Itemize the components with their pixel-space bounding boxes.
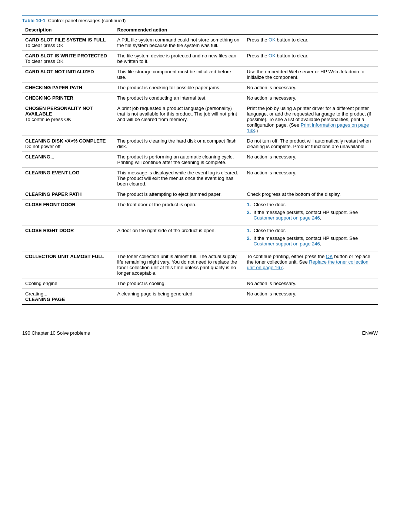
table-row: CLOSE FRONT DOORThe front door of the pr… bbox=[22, 200, 378, 225]
table-row: CLEARING PAPER PATHThe product is attemp… bbox=[22, 189, 378, 200]
cell-action: No action is necessary. bbox=[244, 278, 378, 289]
cell-desc: COLLECTION UNIT ALMOST FULL bbox=[22, 251, 114, 278]
cell-mid: The product is performing an automatic c… bbox=[114, 152, 244, 168]
cell-desc: CARD SLOT NOT INITIALIZED bbox=[22, 67, 114, 83]
cell-action: Use the embedded Web server or HP Web Je… bbox=[244, 67, 378, 83]
cell-action: No action is necessary. bbox=[244, 168, 378, 189]
table-row: CHOSEN PERSONALITY NOT AVAILABLETo conti… bbox=[22, 103, 378, 136]
replace-toner-link[interactable]: Replace the toner collection unit on pag… bbox=[247, 259, 369, 270]
page-footer: 190 Chapter 10 Solve problems ENWW bbox=[22, 327, 378, 336]
table-row: CHECKING PAPER PATHThe product is checki… bbox=[22, 83, 378, 93]
cell-mid: The file system device is protected and … bbox=[114, 51, 244, 67]
cell-action: No action is necessary. bbox=[244, 93, 378, 103]
cell-action: 1.Close the door.2.If the message persis… bbox=[244, 200, 378, 225]
ok-link[interactable]: OK bbox=[269, 37, 276, 43]
cell-action: No action is necessary. bbox=[244, 83, 378, 93]
footer-right: ENWW bbox=[362, 330, 378, 336]
footer-left: 190 Chapter 10 Solve problems bbox=[22, 330, 90, 336]
table-row: CLEANING...The product is performing an … bbox=[22, 152, 378, 168]
cell-mid: The product is checking for possible pap… bbox=[114, 83, 244, 93]
table-row: COLLECTION UNIT ALMOST FULLThe toner col… bbox=[22, 251, 378, 278]
cell-desc: CARD SLOT FILE SYSTEM IS FULLTo clear pr… bbox=[22, 35, 114, 51]
cell-desc: CLEANING... bbox=[22, 152, 114, 168]
cell-desc: CHECKING PRINTER bbox=[22, 93, 114, 103]
cell-mid: The product is cleaning the hard disk or… bbox=[114, 136, 244, 152]
cell-desc: CLOSE RIGHT DOOR bbox=[22, 225, 114, 251]
table-row: CLEARING EVENT LOGThis message is displa… bbox=[22, 168, 378, 189]
cell-action: Print the job by using a printer driver … bbox=[244, 103, 378, 136]
ok-link[interactable]: OK bbox=[269, 53, 276, 58]
customer-support-link[interactable]: Customer support on page 246 bbox=[254, 215, 320, 221]
table-row: Cooling engineThe product is cooling.No … bbox=[22, 278, 378, 289]
table-row: CLOSE RIGHT DOORA door on the right side… bbox=[22, 225, 378, 251]
cell-desc: Cooling engine bbox=[22, 278, 114, 289]
cell-mid: This message is displayed while the even… bbox=[114, 168, 244, 189]
cell-mid: A print job requested a product language… bbox=[114, 103, 244, 136]
cell-mid: A door on the right side of the product … bbox=[114, 225, 244, 251]
table-row: Creating...CLEANING PAGEA cleaning page … bbox=[22, 289, 378, 305]
cell-mid: The product is conducting an internal te… bbox=[114, 93, 244, 103]
cell-action: Check progress at the bottom of the disp… bbox=[244, 189, 378, 200]
cell-desc: CARD SLOT IS WRITE PROTECTEDTo clear pre… bbox=[22, 51, 114, 67]
cell-mid: The toner collection unit is almost full… bbox=[114, 251, 244, 278]
cell-action: 1.Close the door.2.If the message persis… bbox=[244, 225, 378, 251]
table-row: CHECKING PRINTERThe product is conductin… bbox=[22, 93, 378, 103]
cell-action: No action is necessary. bbox=[244, 289, 378, 305]
cell-desc: CLEARING EVENT LOG bbox=[22, 168, 114, 189]
col-header-action: Recommended action bbox=[114, 25, 378, 35]
table-row: CARD SLOT NOT INITIALIZEDThis file-stora… bbox=[22, 67, 378, 83]
cell-mid: A PJL file system command could not stor… bbox=[114, 35, 244, 51]
cell-desc: Creating...CLEANING PAGE bbox=[22, 289, 114, 305]
cell-action: To continue printing, either press the O… bbox=[244, 251, 378, 278]
cell-desc: CHECKING PAPER PATH bbox=[22, 83, 114, 93]
cell-action: No action is necessary. bbox=[244, 152, 378, 168]
main-table: Description Recommended action CARD SLOT… bbox=[22, 25, 378, 305]
cell-desc: CHOSEN PERSONALITY NOT AVAILABLETo conti… bbox=[22, 103, 114, 136]
customer-support-link[interactable]: Customer support on page 246 bbox=[254, 241, 320, 247]
table-title: Table 10-1 Control-panel messages (conti… bbox=[22, 15, 378, 25]
cell-mid: The product is attempting to eject jamme… bbox=[114, 189, 244, 200]
cell-action: Press the OK button to clear. bbox=[244, 35, 378, 51]
cell-desc: CLEANING DISK <X>% COMPLETEDo not power … bbox=[22, 136, 114, 152]
table-row: CLEANING DISK <X>% COMPLETEDo not power … bbox=[22, 136, 378, 152]
cell-mid: This file-storage component must be init… bbox=[114, 67, 244, 83]
cell-action: Press the OK button to clear. bbox=[244, 51, 378, 67]
cell-desc: CLEARING PAPER PATH bbox=[22, 189, 114, 200]
info-pages-link[interactable]: Print information pages on page 148 bbox=[247, 122, 369, 133]
cell-desc: CLOSE FRONT DOOR bbox=[22, 200, 114, 225]
table-row: CARD SLOT FILE SYSTEM IS FULLTo clear pr… bbox=[22, 35, 378, 51]
col-header-desc: Description bbox=[22, 25, 114, 35]
cell-action: Do not turn off. The product will automa… bbox=[244, 136, 378, 152]
table-row: CARD SLOT IS WRITE PROTECTEDTo clear pre… bbox=[22, 51, 378, 67]
cell-mid: A cleaning page is being generated. bbox=[114, 289, 244, 305]
cell-mid: The product is cooling. bbox=[114, 278, 244, 289]
ok-link[interactable]: OK bbox=[326, 254, 333, 259]
cell-mid: The front door of the product is open. bbox=[114, 200, 244, 225]
